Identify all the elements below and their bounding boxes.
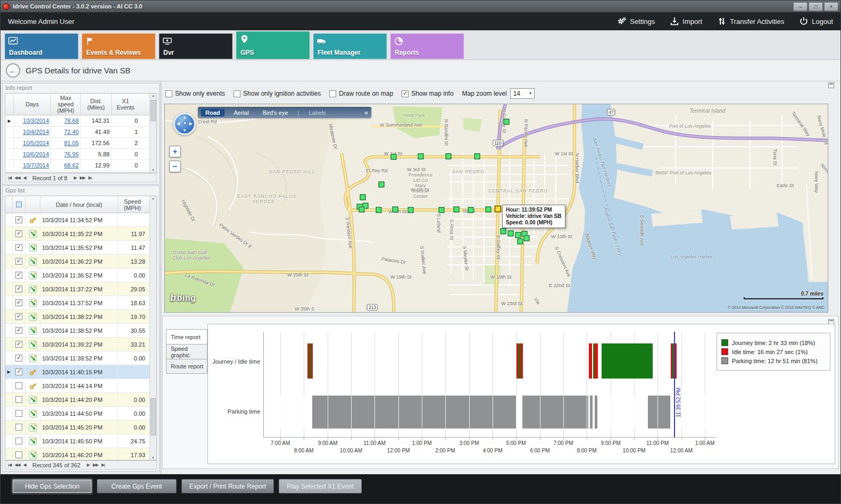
pager-next[interactable]: ▶ (74, 175, 77, 180)
gps-list-row[interactable]: 10/3/2014 11:45:20 PM0.00 (5, 421, 156, 434)
gps-list-scrollbar[interactable] (149, 196, 156, 460)
topbar-settings-button[interactable]: Settings (617, 16, 655, 26)
map-maximize-icon[interactable] (828, 82, 834, 88)
max-speed-link[interactable]: 81.05 (51, 138, 81, 148)
row-checkbox[interactable] (13, 434, 26, 448)
gps-list-row[interactable]: 10/3/2014 11:35:22 PM11.97 (5, 227, 156, 241)
gps-list-row[interactable]: 10/3/2014 11:44:14 PM (5, 379, 156, 393)
row-checkbox[interactable] (13, 351, 26, 365)
row-checkbox[interactable] (13, 365, 26, 379)
pan-down-icon[interactable]: ▼ (182, 128, 187, 133)
toolbar-checkbox-1[interactable]: Show only ignition activities (234, 90, 321, 97)
row-checkbox[interactable] (13, 421, 26, 434)
report-tab-2[interactable]: Route report (166, 359, 207, 374)
pan-left-icon[interactable]: ◀ (177, 121, 180, 126)
gps-list-row[interactable]: 10/3/2014 11:37:22 PM29.05 (5, 282, 156, 296)
gps-list-row[interactable]: 10/3/2014 11:34:52 PM (5, 213, 156, 227)
row-checkbox[interactable] (13, 213, 26, 226)
gps-list-row[interactable]: 10/3/2014 11:38:22 PM19.70 (5, 310, 156, 324)
row-checkbox[interactable] (13, 282, 26, 296)
topbar-transfer-button[interactable]: Transfer Activities (717, 16, 784, 26)
compass-center[interactable] (183, 121, 187, 125)
gps-marker[interactable] (504, 119, 510, 125)
report-tab-1[interactable]: Speed graphic (166, 344, 207, 359)
pager-last[interactable]: ▶| (102, 463, 105, 467)
day-link[interactable]: 10/7/2014 (14, 160, 51, 171)
gps-marker[interactable] (391, 154, 397, 160)
nav-tab-reports[interactable]: Reports (390, 33, 464, 59)
row-checkbox[interactable] (13, 338, 26, 351)
report-tab-0[interactable]: Time report (166, 329, 207, 344)
row-checkbox[interactable] (13, 268, 26, 282)
footer-button-2[interactable]: Export / Print Route Report (181, 479, 274, 493)
zoom-out-button[interactable]: − (169, 161, 181, 172)
map-compass-control[interactable]: ▲ ▼ ◀ ▶ (173, 113, 196, 135)
close-button[interactable]: × (824, 2, 838, 11)
footer-button-1[interactable]: Create Gps Event (97, 479, 177, 493)
map-style-0[interactable]: Road (201, 109, 224, 116)
pager-last[interactable]: ▶| (88, 175, 91, 180)
toolbar-checkbox-0[interactable]: Show only events (165, 90, 225, 97)
pan-up-icon[interactable]: ▲ (182, 115, 187, 120)
gps-list-row[interactable]: ▶10/3/2014 11:40:15 PM (5, 365, 156, 379)
info-report-row[interactable]: 10/6/201476.955.880 (5, 149, 156, 160)
nav-tab-gps[interactable]: GPS (236, 31, 310, 59)
nav-tab-fleet[interactable]: Fleet Manager (313, 33, 387, 59)
gps-marker[interactable] (360, 195, 366, 200)
toolbar-checkbox-2[interactable]: Draw route on map (329, 90, 393, 97)
pager-prev[interactable]: ◀ (23, 463, 26, 467)
pager-prev-page[interactable]: ◀◀ (14, 175, 20, 180)
max-speed-link[interactable]: 68.62 (51, 160, 81, 171)
bing-map[interactable]: RoadAerialBird's eye|Labels« ▲ ▼ ◀ ▶ + −… (164, 104, 828, 313)
gps-marker[interactable] (515, 232, 521, 238)
topbar-import-button[interactable]: Import (670, 16, 702, 26)
gps-marker[interactable] (501, 229, 506, 234)
row-checkbox[interactable] (13, 448, 26, 460)
day-link[interactable]: 10/4/2014 (14, 127, 51, 137)
time-cursor-line[interactable] (674, 332, 675, 438)
gps-marker[interactable] (439, 207, 445, 213)
row-checkbox[interactable] (13, 393, 26, 406)
zoom-level-select[interactable]: 14 (510, 88, 535, 99)
info-report-row[interactable]: 10/7/201468.6212.990 (5, 160, 156, 171)
gps-list-row[interactable]: 10/3/2014 11:44:50 PM0.00 (5, 407, 156, 421)
col-speed[interactable]: Speed (MPH) (118, 196, 147, 213)
map-style-3[interactable]: Labels (304, 109, 330, 116)
gps-list-row[interactable]: 10/3/2014 11:37:52 PM18.63 (5, 296, 156, 310)
nav-tab-events[interactable]: Events & Reviews (82, 33, 155, 59)
col-days[interactable]: Days (14, 94, 51, 115)
topbar-logout-button[interactable]: Logout (799, 16, 833, 26)
checkbox[interactable] (329, 90, 336, 97)
max-speed-link[interactable]: 72.40 (51, 127, 81, 137)
row-checkbox[interactable] (13, 310, 26, 323)
gps-marker[interactable] (418, 154, 424, 159)
gps-marker[interactable] (359, 207, 365, 213)
row-checkbox[interactable] (13, 296, 26, 309)
info-report-scrollbar[interactable] (149, 94, 156, 172)
max-speed-link[interactable]: 78.68 (51, 115, 81, 126)
col-date-hour[interactable]: Date / hour (local) (40, 196, 118, 213)
day-link[interactable]: 10/5/2014 (14, 138, 51, 148)
day-link[interactable]: 10/6/2014 (14, 149, 51, 159)
pan-right-icon[interactable]: ▶ (189, 121, 193, 126)
gps-marker[interactable] (524, 236, 530, 241)
pager-next-page[interactable]: ▶▶ (93, 463, 98, 467)
back-button[interactable]: ← (6, 63, 20, 78)
gps-marker[interactable] (446, 154, 452, 159)
gps-marker[interactable] (454, 207, 460, 213)
gps-marker[interactable] (518, 239, 523, 245)
gps-marker[interactable] (393, 207, 398, 213)
gps-marker[interactable] (376, 207, 382, 213)
info-report-row[interactable]: 10/4/201472.4041.491 (5, 127, 156, 138)
map-style-1[interactable]: Aerial (230, 109, 253, 116)
max-speed-link[interactable]: 76.95 (51, 149, 81, 159)
gps-list-row[interactable]: 10/3/2014 11:39:52 PM0.00 (5, 351, 156, 365)
pager-next-page[interactable]: ▶▶ (80, 175, 85, 180)
gps-list-row[interactable]: 10/3/2014 11:45:50 PM24.75 (5, 434, 156, 448)
gps-list-row[interactable]: 10/3/2014 11:38:52 PM30.55 (5, 324, 156, 338)
gps-marker[interactable] (486, 207, 492, 213)
row-checkbox[interactable] (13, 324, 26, 337)
info-report-row[interactable]: 10/5/201481.05172.562 (5, 138, 156, 149)
gps-list-row[interactable]: 10/3/2014 11:36:22 PM13.28 (5, 255, 156, 268)
col-max-speed[interactable]: Max speed (MPH) (51, 94, 81, 115)
